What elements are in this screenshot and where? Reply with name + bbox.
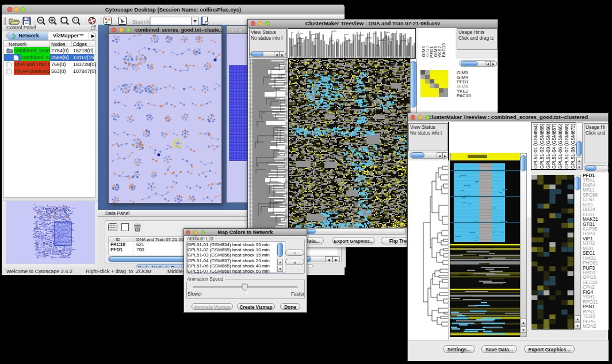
svg-text:1:1: 1:1 xyxy=(74,18,78,22)
svg-text:Search:: Search: xyxy=(132,18,151,25)
